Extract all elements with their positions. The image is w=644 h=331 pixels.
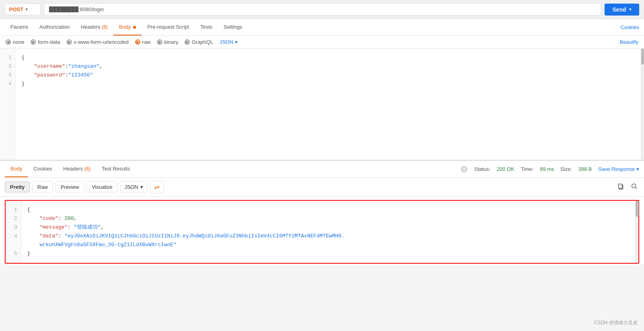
resp-line-4: "data": "eyJ0eXAiOiJKV1QiLCJhbGciOiJIUzI… [27,232,630,241]
tab-authorization[interactable]: Authorization [34,19,75,35]
response-json-select[interactable]: JSON ▾ [120,182,148,192]
request-scrollbar-thumb[interactable] [641,49,644,65]
body-active-dot [133,26,136,29]
response-status-info: Status: 200 OK Time: 89 ms Size: 398 B S… [461,166,639,173]
tab-settings[interactable]: Settings [218,19,248,35]
response-right-icons [616,182,639,193]
response-tabs-bar: Body Cookies Headers (6) Test Results St… [0,161,644,178]
option-none[interactable]: none [6,39,24,45]
option-graphql[interactable]: GraphQL [185,39,213,45]
resp-line-2: "code": 200, [27,214,630,223]
request-body-editor[interactable]: 1 2 3 4 { "username":"zhangsan", "passwo… [0,49,644,160]
cookies-link[interactable]: Cookies [620,20,639,35]
json-chevron-icon: ▾ [235,39,238,45]
response-scrollbar-thumb[interactable] [636,201,639,217]
method-chevron-icon: ▾ [26,7,28,12]
tab-body[interactable]: Body [113,19,142,35]
radio-graphql[interactable] [185,39,190,45]
response-body-editor[interactable]: 1 2 3 4 5 { "code": 200, "message": "登陆成… [5,200,639,264]
radio-form-data[interactable] [31,39,36,45]
top-bar: POST ▾ Send ▾ [0,0,644,19]
size-label: Size: [560,166,572,172]
copy-icon [618,183,624,190]
tab-headers[interactable]: Headers (8) [75,19,113,35]
body-options-bar: none form-data x-www-form-urlencoded raw… [0,36,644,49]
response-section: Body Cookies Headers (6) Test Results St… [0,160,644,264]
radio-none[interactable] [6,39,11,45]
option-binary[interactable]: binary [157,39,178,45]
code-line-4: } [22,80,635,88]
resp-line-5: } [27,249,630,258]
svg-rect-4 [618,184,622,188]
response-json-chevron-icon: ▾ [140,184,143,190]
radio-binary[interactable] [157,39,162,45]
search-button[interactable] [630,182,639,193]
resp-line-4b: wrkuhXWFVgFn8aSFS9Fmo_3G-tgZ1ILdXBvWXrcI… [27,241,630,249]
resp-tab-test-results[interactable]: Test Results [96,161,136,177]
url-input[interactable] [44,3,601,16]
wrap-icon: ⇌ [154,183,160,191]
response-line-numbers: 1 2 3 4 5 [6,201,22,263]
beautify-button[interactable]: Beautify [620,39,638,45]
resp-tab-cookies[interactable]: Cookies [28,161,58,177]
tab-params[interactable]: Params [5,19,34,35]
time-label: Time: [521,166,534,172]
save-response-chevron-icon: ▾ [636,166,639,172]
code-line-3: "password":"123456" [22,71,635,80]
globe-icon [461,166,468,173]
format-visualize-button[interactable]: Visualize [87,182,118,192]
send-chevron-icon: ▾ [629,7,631,12]
request-scrollbar[interactable] [641,49,644,160]
time-value: 89 ms [540,166,554,172]
resp-line-3: "message": "登陆成功", [27,223,630,232]
status-label: Status: [474,166,490,172]
resp-line-1: { [27,206,630,214]
send-button[interactable]: Send ▾ [605,4,639,16]
copy-button[interactable] [616,182,626,193]
response-code-content: { "code": 200, "message": "登陆成功", "data"… [22,201,635,263]
option-raw[interactable]: raw [135,39,151,45]
resp-tab-headers[interactable]: Headers (6) [58,161,97,177]
svg-point-5 [632,184,636,188]
option-x-www[interactable]: x-www-form-urlencoded [67,39,129,45]
radio-raw[interactable] [135,39,140,45]
tab-tests[interactable]: Tests [195,19,218,35]
tab-pre-request[interactable]: Pre-request Script [142,19,195,35]
format-pretty-button[interactable]: Pretty [5,182,30,192]
status-value: 200 OK [497,166,514,172]
format-raw-button[interactable]: Raw [32,182,53,192]
format-preview-button[interactable]: Preview [55,182,84,192]
wrap-button[interactable]: ⇌ [150,181,164,193]
radio-x-www[interactable] [67,39,72,45]
request-code-content[interactable]: { "username":"zhangsan", "password":"123… [16,49,641,160]
svg-line-6 [636,187,637,189]
response-format-bar: Pretty Raw Preview Visualize JSON ▾ ⇌ [0,178,644,197]
json-type-select[interactable]: JSON ▾ [219,39,238,45]
code-line-1: { [22,53,635,62]
code-line-2: "username":"zhangsan", [22,62,635,71]
option-form-data[interactable]: form-data [31,39,60,45]
method-select[interactable]: POST ▾ [5,4,41,15]
size-value: 398 B [578,166,592,172]
resp-tab-body[interactable]: Body [5,161,28,177]
save-response-button[interactable]: Save Response ▾ [598,166,639,172]
search-icon [631,183,638,190]
request-tabs: Params Authorization Headers (8) Body Pr… [0,19,644,36]
request-line-numbers: 1 2 3 4 [0,49,16,160]
method-label: POST [9,6,23,12]
response-scrollbar[interactable] [635,201,638,263]
